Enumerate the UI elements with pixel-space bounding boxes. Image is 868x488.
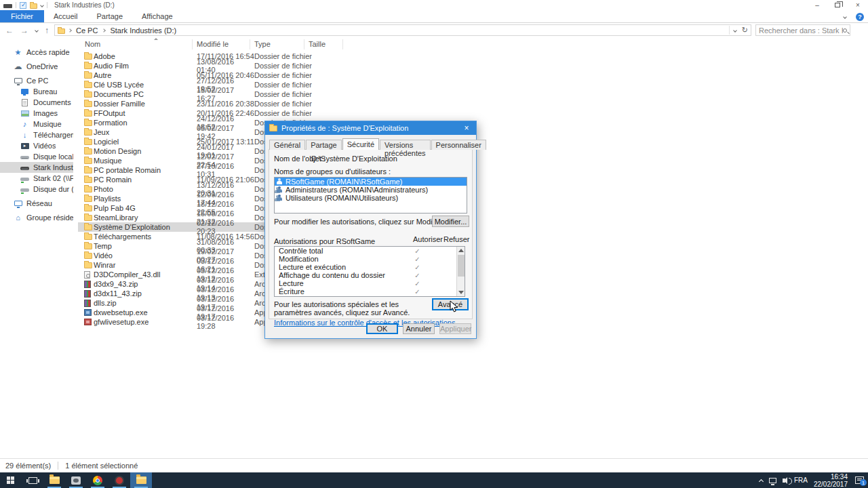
sidebar-item-musique[interactable]: ♪Musique [0, 119, 73, 129]
refresh-icon[interactable]: ↻ [742, 26, 748, 35]
sidebar-item-label: Musique [33, 120, 62, 128]
dialog-tab-personnaliser[interactable]: Personnaliser [431, 140, 486, 150]
sidebar-item-bureau[interactable]: Bureau [0, 86, 73, 97]
taskbar-task-view[interactable] [22, 472, 43, 488]
task-view-icon [28, 477, 37, 484]
qat-dropdown-icon[interactable] [40, 3, 44, 7]
dialog-tab-partage[interactable]: Partage [306, 140, 342, 150]
sidebar-item-onedrive[interactable]: ☁OneDrive [0, 61, 73, 72]
restore-button[interactable] [827, 0, 848, 10]
tray-expand-icon[interactable] [759, 479, 764, 483]
permissions-scrollbar[interactable] [456, 247, 465, 296]
sidebar-item-videos[interactable]: ▸Vidéos [0, 140, 73, 151]
sidebar-item-documents[interactable]: Documents [0, 97, 73, 108]
breadcrumb-item-ce-pc[interactable]: Ce PC [76, 26, 98, 35]
network-icon [14, 199, 22, 207]
up-button[interactable]: ↑ [45, 26, 49, 35]
taskbar-chrome[interactable] [87, 472, 108, 488]
file-name: Dossier Famille [94, 100, 197, 108]
sidebar-item-acces-rapide[interactable]: ★Accès rapide [0, 47, 73, 58]
scroll-down-icon[interactable] [458, 291, 464, 294]
folder-icon [84, 205, 94, 211]
allow-column-header: Autoriser [413, 235, 443, 243]
folder-icon [84, 196, 94, 202]
column-header-type[interactable]: Type [254, 40, 271, 48]
sidebar-item-disque-dur-freee[interactable]: Disque dur (\\FREEE [0, 184, 73, 195]
group-item-utilisateurs[interactable]: Utilisateurs (ROMAIN\Utilisateurs) [275, 194, 467, 202]
file-name: Clé USB Lycée [94, 81, 197, 89]
language-indicator[interactable]: FRA [794, 476, 808, 484]
annuler-button[interactable]: Annuler [403, 323, 435, 334]
scrollbar-thumb[interactable] [458, 255, 465, 277]
breadcrumb-item-stark-industries-d[interactable]: Stark Industries (D:) [110, 26, 176, 35]
column-header-name[interactable]: Nom [85, 40, 100, 48]
file-row-documents-pc[interactable]: Documents PC15/02/2017 16:27Dossier de f… [78, 89, 342, 99]
search-input[interactable]: Rechercher dans : Stark Indust... [755, 24, 850, 36]
minimize-button[interactable]: – [807, 0, 827, 10]
sidebar-item-label: Groupe résidentiel [26, 214, 73, 222]
dialog-tab-general[interactable]: Général [269, 140, 305, 150]
address-dropdown-icon[interactable] [733, 28, 737, 33]
taskbar-folder-window[interactable] [130, 472, 152, 488]
ribbon-tab-partage[interactable]: Partage [87, 10, 132, 22]
ribbon-tab-affichage[interactable]: Affichage [132, 10, 182, 22]
forward-button[interactable]: → [20, 26, 28, 35]
sidebar-item-images[interactable]: Images [0, 108, 73, 119]
folder-icon [84, 129, 94, 136]
sidebar-item-reseau[interactable]: Réseau [0, 198, 73, 209]
ribbon-collapse-icon[interactable] [843, 15, 847, 19]
sidebar-item-disque-local-c[interactable]: Disque local (C:) [0, 151, 73, 162]
close-button[interactable]: × [848, 0, 868, 10]
file-row-dossier-famille[interactable]: Dossier Famille23/11/2016 20:38Dossier d… [78, 99, 342, 108]
restore-icon [835, 3, 840, 7]
sidebar-item-telechargements[interactable]: ↓Téléchargements [0, 129, 73, 140]
ribbon-tab-accueil[interactable]: Accueil [44, 10, 87, 22]
taskbar-start-logo[interactable] [0, 472, 22, 488]
volume-icon[interactable] [783, 479, 785, 483]
help-icon[interactable]: ? [856, 13, 864, 21]
sidebar-item-label: Réseau [26, 199, 52, 207]
column-header-modified[interactable]: Modifié le [197, 40, 229, 48]
action-center-icon[interactable]: 1 [855, 476, 864, 484]
dialog-close-button[interactable]: × [457, 121, 476, 135]
allow-checkmark: ✓ [399, 256, 436, 263]
ok-button[interactable]: OK [366, 323, 398, 334]
sidebar-item-stark-industries-d[interactable]: Stark Industries (D:) [0, 162, 73, 173]
folder-icon [84, 177, 94, 183]
network-icon[interactable] [769, 478, 776, 483]
address-box[interactable]: Ce PCStark Industries (D:) ↻ [54, 24, 751, 36]
modify-hint: Pour modifier les autorisations, cliquez… [274, 218, 444, 226]
sidebar-item-ce-pc[interactable]: Ce PC [0, 75, 73, 86]
group-item-administrateurs[interactable]: Administrateurs (ROMAIN\Administrateurs) [275, 186, 467, 194]
desktop-icon [20, 87, 29, 96]
scroll-up-icon[interactable] [458, 249, 464, 252]
new-folder-icon[interactable] [30, 3, 37, 9]
taskbar-recorder[interactable] [108, 472, 130, 488]
sidebar-item-groupe-residentiel[interactable]: ⌂Groupe résidentiel [0, 212, 73, 223]
folder-icon [84, 224, 94, 230]
sidebar-item-label: Téléchargements [33, 131, 73, 139]
file-name: d3dx9_43.zip [94, 280, 197, 288]
sidebar-item-stark-02-freebo[interactable]: Stark 02 (\\FREEBO [0, 173, 73, 184]
folder-icon [84, 243, 94, 249]
taskbar-screen-app[interactable] [65, 472, 87, 488]
modify-button[interactable]: Modifier... [432, 216, 469, 227]
recent-locations-dropdown-icon[interactable] [35, 28, 39, 33]
ribbon-tab-fichier[interactable]: Fichier [0, 10, 44, 22]
folder-icon [84, 262, 94, 268]
item-count: 29 élément(s) [5, 462, 51, 470]
dialog-tab-versions-precedentes[interactable]: Versions précédentes [380, 140, 431, 150]
group-item-rsoftgame[interactable]: RSoftGame (ROMAIN\RSoftGame) [275, 178, 467, 186]
properties-dialog: Propriétés de : Système D'Exploitation ×… [264, 121, 477, 339]
network-drive-icon [20, 185, 29, 193]
taskbar-file-explorer[interactable] [43, 472, 65, 488]
clock[interactable]: 16:34 22/02/2017 [814, 473, 848, 488]
column-header-size[interactable]: Taille [309, 40, 326, 48]
permissions-list: Contrôle total✓Modification✓Lecture et e… [274, 246, 465, 297]
properties-icon[interactable] [20, 2, 26, 9]
onedrive-cloud-icon: ☁ [14, 62, 22, 70]
dialog-tab-securite[interactable]: Sécurité [342, 138, 379, 150]
file-row-audio-film[interactable]: Audio Film13/08/2016 01:40Dossier de fic… [78, 61, 342, 70]
downloads-icon: ↓ [20, 131, 29, 139]
back-button[interactable]: ← [5, 26, 14, 35]
